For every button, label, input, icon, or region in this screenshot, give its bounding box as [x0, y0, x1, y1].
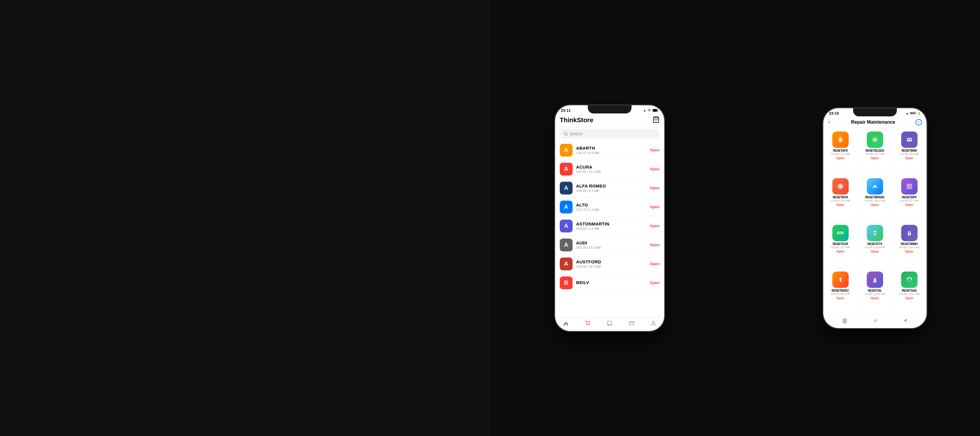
acura-open-btn[interactable]: Open	[650, 167, 660, 171]
android-nav-bar: ||| ○ <	[823, 315, 927, 328]
tab-store[interactable]	[585, 320, 591, 327]
resetafs-open-btn[interactable]: Open	[836, 156, 844, 160]
alfa-romeo-open-btn[interactable]: Open	[650, 186, 660, 190]
alto-icon: A	[560, 201, 573, 214]
svg-rect-25	[657, 109, 658, 111]
tab-bar	[555, 317, 664, 331]
info-button[interactable]: i	[915, 119, 922, 125]
austford-open-btn[interactable]: Open	[650, 262, 660, 266]
abarth-open-btn[interactable]: Open	[650, 148, 660, 152]
astonmartin-icon: A	[560, 220, 573, 232]
app-item-abarth: A ABARTH V36.25 | 9.4 MB Open	[555, 141, 664, 160]
resetdpf-icon	[901, 178, 918, 195]
resetoil-open-btn[interactable]: Open	[870, 296, 879, 300]
svg-point-19	[909, 233, 910, 235]
resetbleed-icon	[867, 132, 883, 148]
repair-app-resetdpf: RESETDPF V10.80 | 97.7 MB Open	[892, 175, 927, 221]
resetimmo-open-btn[interactable]: Open	[905, 249, 913, 253]
resetinjec-open-btn[interactable]: Open	[836, 296, 844, 300]
acura-version: V47.50 | 11.5 MB	[576, 170, 646, 173]
nav-menu-icon[interactable]: |||	[843, 318, 846, 324]
svg-rect-24	[653, 109, 657, 111]
resetoil-icon	[867, 271, 883, 288]
svg-point-7	[840, 185, 842, 187]
back-button[interactable]: <	[828, 120, 830, 125]
beilv-open-btn[interactable]: Open	[650, 281, 660, 285]
acura-name: ACURA	[576, 165, 646, 170]
wifi-icon: WiFi	[910, 112, 916, 115]
battery-icon: 🔋	[917, 112, 921, 115]
resetets-name: RESETETS	[867, 243, 882, 246]
alfa-romeo-info: ALFA ROMEO V36.25 | 9.4 MB	[576, 184, 646, 192]
beilv-icon: B	[560, 276, 573, 289]
svg-point-30	[589, 324, 590, 325]
abarth-info: ABARTH V36.25 | 9.4 MB	[576, 146, 646, 155]
resetegr-open-btn[interactable]: Open	[836, 249, 844, 253]
device-tab-icon	[606, 320, 613, 327]
resetdpf-open-btn[interactable]: Open	[905, 202, 913, 206]
repair-app-resetoil: RESETOIL V10.80 | 109.2 MB Open	[858, 268, 892, 315]
audi-open-btn[interactable]: Open	[650, 243, 660, 247]
repair-app-resetsas: RESETSAS V10.80 | 170.9 MB Open	[892, 268, 927, 315]
app-item-alto: A ALTO V22.79 | 2.4 MB Open	[555, 198, 664, 217]
nav-home-icon[interactable]: ○	[874, 317, 877, 324]
phone-repair-maintenance: 23:10 ▲ WiFi 🔋 < Repair Maintenance i	[822, 107, 928, 329]
phone-thinkstore-wrapper: 23:11 ▲ ThinkStore	[554, 105, 665, 332]
status-icons-right: ▲ WiFi 🔋	[906, 112, 921, 115]
alfa-romeo-icon: A	[560, 182, 573, 195]
resetbrake-name: RESETBRAKE	[865, 196, 885, 199]
app-item-acura: A ACURA V47.50 | 11.5 MB Open	[555, 160, 664, 179]
resetbms-icon	[901, 132, 918, 148]
acura-info: ACURA V47.50 | 11.5 MB	[576, 165, 646, 173]
resetimmo-version: V10.80 | 125.2 MB	[899, 246, 919, 249]
svg-rect-5	[910, 139, 911, 140]
resetbox-open-btn[interactable]: Open	[836, 202, 844, 206]
resetinjec-name: RESETINJEC	[832, 289, 849, 292]
resetafs-name: RESETAFS	[833, 149, 848, 152]
cart-button[interactable]	[652, 116, 660, 124]
resetinjec-icon	[832, 271, 849, 288]
nav-back-icon[interactable]: <	[904, 318, 907, 324]
tab-home[interactable]	[563, 320, 569, 327]
resetbrake-open-btn[interactable]: Open	[870, 202, 879, 206]
svg-line-28	[567, 135, 568, 136]
tab-profile[interactable]	[650, 320, 657, 327]
app-item-austford: A AUSTFORD V48.50 | 42.4 MB Open	[555, 255, 664, 274]
astonmartin-info: ASTONMARTIN V10.44 | 1.6 MB	[576, 221, 646, 230]
resetdpf-version: V10.80 | 97.7 MB	[900, 199, 919, 202]
main-container: 23:10 ▲ WiFi 🔋 < Repair Maintenance i	[0, 0, 980, 436]
left-panel	[0, 0, 490, 436]
profile-tab-icon	[650, 320, 657, 327]
resetoil-name: RESETOIL	[868, 289, 881, 292]
tab-card[interactable]	[628, 320, 635, 327]
resetegr-name: RESETEGR	[833, 243, 848, 246]
resetinjec-version: V10.80 | 90.4 MB	[831, 293, 850, 296]
alfa-romeo-name: ALFA ROMEO	[576, 184, 646, 189]
resetbms-name: RESETBMS	[902, 149, 917, 152]
repair-app-grid: RESETAFS V10.80 | 76.3 MB Open RESETBLEE…	[823, 128, 927, 315]
resetbleed-open-btn[interactable]: Open	[870, 156, 879, 160]
signal-icon: ▲	[906, 112, 909, 115]
home-tab-icon	[563, 320, 569, 327]
tab-device[interactable]	[606, 320, 613, 327]
resetafs-icon	[832, 132, 849, 148]
resetsas-open-btn[interactable]: Open	[905, 296, 913, 300]
app-item-alfa-romeo: A ALFA ROMEO V36.25 | 9.4 MB Open	[555, 179, 664, 198]
resetsas-version: V10.80 | 170.9 MB	[899, 293, 919, 296]
alto-open-btn[interactable]: Open	[650, 205, 660, 209]
svg-point-35	[652, 321, 655, 323]
resetets-open-btn[interactable]: Open	[870, 249, 879, 253]
resetbms-open-btn[interactable]: Open	[905, 156, 913, 160]
cart-svg-icon	[652, 116, 660, 123]
app-item-audi: A AUDI V28.76 | 75.5 MB Open	[555, 236, 664, 255]
repair-app-resetinjec: RESETINJEC V10.80 | 90.4 MB Open	[823, 268, 858, 315]
abarth-name: ABARTH	[576, 146, 646, 151]
austford-name: AUSTFORD	[576, 259, 646, 264]
austford-version: V48.50 | 42.4 MB	[576, 265, 646, 268]
repair-title: Repair Maintenance	[830, 120, 915, 125]
alto-version: V22.79 | 2.4 MB	[576, 208, 646, 211]
resetbleed-name: RESETBLEED	[865, 149, 884, 152]
search-bar[interactable]: Search	[560, 129, 660, 138]
repair-app-resetafs: RESETAFS V10.80 | 76.3 MB Open	[823, 128, 858, 175]
astonmartin-open-btn[interactable]: Open	[650, 224, 660, 228]
